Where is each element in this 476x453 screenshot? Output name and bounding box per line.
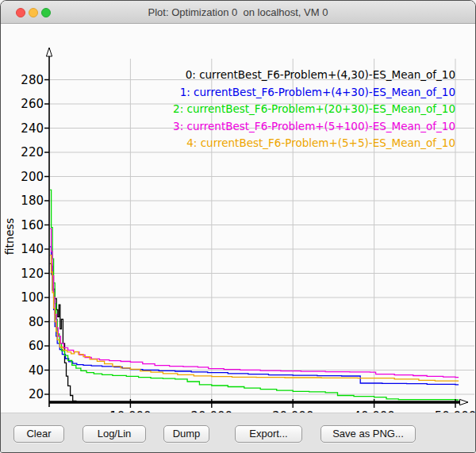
- log-lin-button[interactable]: Log/Lin: [83, 425, 146, 443]
- legend: 0: currentBest_F6-Problem+(4,30)-ES_Mean…: [173, 67, 455, 152]
- plot-window: Plot: Optimization 0 on localhost, VM 0 …: [0, 0, 476, 453]
- y-tick-label: 120: [1, 267, 44, 281]
- y-tick-label: 180: [1, 194, 44, 208]
- series-line-3: [50, 228, 459, 378]
- x-axis-arrow-icon: [460, 399, 469, 405]
- y-tick-label: 220: [1, 145, 44, 159]
- legend-entry-3: 3: currentBest_F6-Problem+(5+100)-ES_Mea…: [173, 118, 455, 136]
- save-as-png-button[interactable]: Save as PNG...: [321, 425, 416, 443]
- y-axis-arrow-icon: [46, 48, 52, 56]
- y-tick-label: 280: [1, 73, 44, 87]
- legend-entry-4: 4: currentBest_F6-Problem+(5+5)-ES_Mean_…: [173, 135, 455, 152]
- button-bar: Clear Log/Lin Dump Export... Save as PNG…: [1, 413, 476, 453]
- series-line-0: [50, 263, 459, 402]
- y-tick-label: 80: [1, 315, 44, 329]
- window-title: Plot: Optimization 0 on localhost, VM 0: [1, 1, 475, 24]
- y-tick-label: 240: [1, 121, 44, 136]
- export-button[interactable]: Export...: [235, 425, 302, 443]
- y-tick-label: 20: [1, 387, 44, 401]
- clear-button[interactable]: Clear: [13, 425, 64, 443]
- series-line-2: [50, 190, 459, 400]
- y-tick-label: 200: [1, 170, 44, 184]
- y-tick-label: 260: [1, 97, 44, 111]
- legend-entry-1: 1: currentBest_F6-Problem+(4+30)-ES_Mean…: [173, 84, 455, 102]
- y-tick-label: 40: [1, 363, 44, 378]
- y-tick-label: 60: [1, 339, 44, 353]
- legend-entry-2: 2: currentBest_F6-Problem+(20+30)-ES_Mea…: [173, 101, 455, 118]
- legend-entry-0: 0: currentBest_F6-Problem+(4,30)-ES_Mean…: [173, 67, 455, 84]
- y-axis-title: fitness: [3, 218, 16, 255]
- series-line-4: [50, 255, 459, 382]
- plot-panel[interactable]: 20406080100120140160180200220240260280 1…: [1, 24, 476, 413]
- titlebar[interactable]: Plot: Optimization 0 on localhost, VM 0: [1, 1, 475, 24]
- y-tick-label: 100: [1, 290, 44, 305]
- dump-button[interactable]: Dump: [163, 425, 209, 443]
